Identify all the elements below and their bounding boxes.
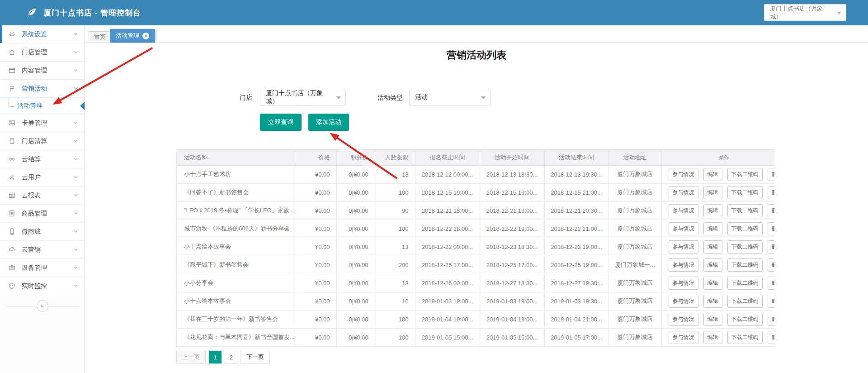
download-qrcode-button[interactable]: 下载二维码 — [727, 331, 763, 344]
add-activity-button[interactable]: 添加活动 — [308, 114, 349, 131]
delete-button[interactable]: 删除 — [768, 295, 775, 308]
store-filter-select[interactable]: 厦门十点书店（万象城） — [260, 89, 346, 106]
page-button-1[interactable]: 1 — [209, 351, 222, 363]
edit-button[interactable]: 编辑 — [703, 258, 722, 272]
edit-button[interactable]: 编辑 — [703, 295, 722, 308]
edit-button[interactable]: 编辑 — [703, 186, 722, 199]
cell-signup-deadline: 2018-12-15 19:00... — [415, 183, 480, 201]
sidebar-item-cloud-marketing[interactable]: 云营销 — [0, 241, 85, 259]
sidebar-item-cloud-settlement[interactable]: 云结算 — [0, 150, 85, 168]
download-qrcode-button[interactable]: 下载二维码 — [727, 313, 763, 326]
cell-signup-deadline: 2019-01-03 19:00... — [415, 292, 480, 310]
edit-button[interactable]: 编辑 — [703, 313, 722, 326]
next-page-button[interactable]: 下一页 — [241, 351, 270, 363]
tab-home[interactable]: 首页 — [89, 31, 111, 43]
sidebar-item-card-coupon-management[interactable]: 卡券管理 — [0, 114, 85, 132]
participation-button[interactable]: 参与情况 — [669, 277, 698, 290]
sidebar-item-label: 云营销 — [22, 246, 41, 254]
sidebar-item-system-settings[interactable]: 系统设置 — [0, 25, 85, 43]
edit-button[interactable]: 编辑 — [703, 277, 722, 290]
download-qrcode-button[interactable]: 下载二维码 — [727, 186, 763, 199]
page-button-2[interactable]: 2 — [225, 351, 237, 363]
camera-icon — [8, 264, 16, 272]
edit-button[interactable]: 编辑 — [703, 240, 722, 253]
download-qrcode-button[interactable]: 下载二维码 — [727, 240, 763, 253]
col-header-price: 价格 — [296, 150, 336, 165]
table-row: 《花见花离：与草木同喜》新书全国首发...¥0.000|¥0.001002019… — [177, 328, 774, 346]
chevron-down-icon — [73, 120, 78, 125]
participation-button[interactable]: 参与情况 — [669, 331, 698, 344]
download-qrcode-button[interactable]: 下载二维码 — [727, 204, 763, 217]
participation-button[interactable]: 参与情况 — [669, 258, 698, 272]
sidebar-item-label: 云用户 — [22, 173, 41, 182]
download-qrcode-button[interactable]: 下载二维码 — [727, 168, 763, 181]
delete-button[interactable]: 删除 — [768, 168, 775, 181]
cell-start-time: 2018-12-25 17:00... — [480, 256, 544, 274]
cell-operations: 参与情况编辑下载二维码删除 — [661, 274, 774, 292]
cell-operations: 参与情况编辑下载二维码删除 — [661, 292, 774, 310]
participation-button[interactable]: 参与情况 — [669, 204, 698, 217]
delete-button[interactable]: 删除 — [768, 331, 775, 344]
sidebar-subitem-activity-management[interactable]: 活动管理 — [0, 98, 85, 114]
delete-button[interactable]: 删除 — [768, 277, 775, 290]
sidebar-item-device-management[interactable]: 设备管理 — [0, 259, 85, 277]
sidebar-item-goods-management[interactable]: 商品管理 — [0, 205, 85, 223]
participation-button[interactable]: 参与情况 — [669, 186, 698, 199]
close-tab-icon[interactable]: × — [142, 33, 149, 39]
sidebar-item-micro-mall[interactable]: 微商城 — [0, 223, 85, 241]
edit-button[interactable]: 编辑 — [703, 204, 722, 217]
chevron-down-icon — [73, 139, 78, 143]
sidebar-item-store-management[interactable]: 门店管理 — [0, 43, 85, 62]
sidebar-item-store-settlement[interactable]: 门店清算 — [0, 132, 85, 150]
cell-signup-deadline: 2018-12-12 00:00... — [415, 165, 480, 183]
table-row: 《回答不了》新书签售会¥0.000|¥0.001002018-12-15 19:… — [177, 183, 774, 201]
download-qrcode-button[interactable]: 下载二维码 — [727, 258, 763, 272]
delete-button[interactable]: 删除 — [768, 186, 775, 199]
prev-page-button[interactable]: 上一页 — [176, 351, 206, 363]
delete-button[interactable]: 删除 — [768, 313, 775, 326]
delete-button[interactable]: 删除 — [768, 240, 775, 253]
edit-button[interactable]: 编辑 — [703, 222, 722, 235]
query-button[interactable]: 立即查询 — [260, 114, 302, 131]
cell-end-time: 2018-12-13 19:30... — [544, 165, 609, 183]
store-selector-value: 厦门十点书店（万象城） — [770, 5, 833, 21]
sidebar-item-cloud-user[interactable]: 云用户 — [0, 168, 85, 186]
type-filter-select[interactable]: 活动 — [409, 89, 491, 106]
chevron-down-icon — [73, 193, 78, 198]
participation-button[interactable]: 参与情况 — [669, 240, 698, 253]
cell-address: 厦门万象城店 — [609, 310, 661, 328]
cell-points-price: 0|¥0.00 — [336, 165, 375, 183]
sidebar-item-realtime-monitor[interactable]: 实时监控 — [0, 277, 85, 295]
cell-start-time: 2018-12-27 18:30... — [480, 274, 544, 292]
download-qrcode-button[interactable]: 下载二维码 — [727, 222, 763, 235]
edit-button[interactable]: 编辑 — [703, 168, 722, 181]
cell-operations: 参与情况编辑下载二维码删除 — [661, 220, 774, 238]
edit-button[interactable]: 编辑 — [703, 331, 722, 344]
sidebar: 系统设置 门店管理 内容管理 营销活动 活动管理 卡券管理 — [0, 25, 85, 373]
delete-button[interactable]: 删除 — [768, 258, 775, 272]
col-header-signup-deadline: 报名截止时间 — [415, 150, 480, 165]
delete-button[interactable]: 删除 — [768, 222, 775, 235]
participation-button[interactable]: 参与情况 — [669, 295, 698, 308]
download-qrcode-button[interactable]: 下载二维码 — [727, 295, 763, 308]
sidebar-subitem-label: 活动管理 — [17, 102, 42, 110]
sidebar-item-marketing-activity[interactable]: 营销活动 — [0, 80, 85, 98]
tab-activity-management[interactable]: 活动管理 × — [110, 29, 155, 43]
cell-end-time: 2018-12-22 21:00... — [544, 220, 609, 238]
sidebar-item-content-management[interactable]: 内容管理 — [0, 62, 85, 80]
download-qrcode-button[interactable]: 下载二维码 — [727, 277, 763, 290]
participation-button[interactable]: 参与情况 — [669, 313, 698, 326]
participation-button[interactable]: 参与情况 — [669, 222, 698, 235]
cell-points-price: 0|¥0.00 — [336, 238, 375, 256]
sidebar-item-label: 商品管理 — [22, 210, 47, 218]
infinity-icon — [8, 155, 16, 163]
sidebar-item-label: 内容管理 — [22, 67, 47, 75]
sidebar-item-cloud-report[interactable]: 云报表 — [0, 186, 85, 205]
delete-button[interactable]: 删除 — [768, 204, 775, 217]
participation-button[interactable]: 参与情况 — [669, 168, 698, 181]
cell-max-participants: 200 — [375, 256, 415, 274]
cell-points-price: 0|¥0.00 — [336, 183, 375, 201]
chevron-down-icon — [73, 50, 78, 55]
store-selector[interactable]: 厦门十点书店（万象城） — [764, 4, 846, 21]
collapse-sidebar-button[interactable]: « — [37, 300, 48, 312]
